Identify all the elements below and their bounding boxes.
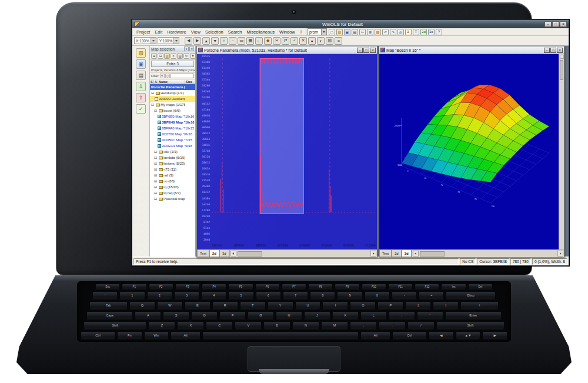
record-icon[interactable]: ● — [308, 37, 316, 45]
map-hscrollbar[interactable] — [412, 250, 564, 257]
redo-icon[interactable]: ↷ — [390, 29, 396, 35]
open-project-icon[interactable]: ▨ — [136, 48, 146, 58]
col-a[interactable]: A — [154, 80, 158, 84]
new-icon[interactable]: ▢ — [329, 29, 335, 35]
prom-combo[interactable]: prom — [308, 28, 327, 35]
checksum-ok-icon[interactable]: ✓ — [136, 104, 146, 114]
hexdump-tab-2d[interactable]: 2d — [209, 250, 219, 257]
panel-pin-button[interactable]: ▾ — [184, 46, 189, 51]
save-project-icon[interactable]: ▣ — [136, 59, 146, 69]
apply-icon[interactable]: ✓ — [290, 37, 298, 45]
tree-row-map[interactable]: 3C0EC4 Map "Bosch II 16"9x16 — [150, 143, 195, 149]
checksum-icon[interactable]: Σ — [405, 29, 412, 35]
menu-help[interactable]: ? — [298, 29, 305, 35]
scroll-right-icon[interactable] — [370, 251, 376, 257]
zoom-y-combo[interactable]: Y:100% — [158, 37, 179, 44]
print-project-icon[interactable]: ▤ — [136, 71, 146, 80]
tree-row-map[interactable]: 3BFB48 Map "Bosch II 16"10x16 — [150, 119, 195, 125]
hexdump-tab-text[interactable]: Text — [197, 250, 209, 257]
expander-icon[interactable]: ⊟ — [151, 103, 155, 106]
hexdump-minimize-button[interactable]: – — [357, 48, 363, 53]
more-icon[interactable]: ▼ — [190, 53, 196, 59]
search-icon[interactable]: ◎ — [397, 29, 404, 35]
col-size[interactable]: Size — [185, 80, 195, 84]
expander-icon[interactable]: ⊟ — [154, 174, 158, 177]
tree-row-folder[interactable]: ⊟rail (9) — [150, 172, 195, 178]
tree-row-folder[interactable]: ⊟My maps (1/175) — [150, 102, 195, 108]
window-maximize-button[interactable]: □ — [552, 21, 559, 27]
tree-row-folder[interactable]: ⊟Hexdump (1/1) — [150, 90, 195, 96]
properties-icon[interactable]: ▤ — [177, 53, 183, 59]
panel-close-button[interactable]: ✕ — [189, 46, 194, 51]
hexdump-close-button[interactable]: ✕ — [370, 48, 376, 53]
map-tab-2d[interactable]: 2d — [392, 250, 402, 257]
tree-row-map[interactable]: 3BF6E0 Map "Bosch II 16"10x16 — [150, 114, 195, 119]
menu-selection[interactable]: Selection — [203, 29, 226, 35]
tree-row-folder[interactable]: ⊟tq req (6/7) — [150, 190, 195, 196]
list-icon[interactable]: ≡ — [335, 37, 342, 45]
hexdump-tab-3d[interactable]: 3d — [219, 250, 229, 257]
chevron-down-icon[interactable] — [151, 38, 156, 44]
copy-icon[interactable]: ≣ — [367, 29, 373, 35]
expander-icon[interactable]: ⊟ — [154, 162, 158, 165]
scroll-left-icon[interactable] — [230, 251, 236, 257]
scroll-thumb[interactable] — [560, 60, 563, 80]
map-3d-plot[interactable]: 2000350030002500200015001000500020406080… — [379, 54, 564, 249]
hexdump-hscrollbar[interactable] — [229, 250, 377, 257]
view-2d-icon[interactable]: 2d — [420, 29, 427, 35]
expander-icon[interactable]: ⊟ — [154, 150, 158, 154]
scroll-up-icon[interactable] — [560, 55, 564, 59]
menu-edit[interactable]: Edit — [152, 29, 165, 35]
map-vscrollbar[interactable] — [559, 54, 564, 249]
expand-all-icon[interactable]: ⊞ — [151, 53, 157, 59]
zoom-in-icon[interactable]: + — [220, 37, 228, 45]
filter-icon[interactable]: ▼ — [160, 74, 165, 78]
tree-row-folder[interactable]: ⊟tq (18/20) — [150, 184, 195, 190]
expander-icon[interactable]: ⊟ — [151, 91, 155, 95]
col-s[interactable]: S — [150, 80, 154, 84]
zoom-x-combo[interactable]: X:100% — [134, 37, 156, 44]
menu-search[interactable]: Search — [226, 29, 245, 35]
expander-icon[interactable]: ⊟ — [154, 179, 158, 183]
tree-row-map[interactable]: 3C0700 Map "Bosch II 16"8x16 — [150, 131, 195, 137]
chevron-down-icon[interactable] — [321, 29, 326, 35]
window-close-button[interactable]: ✕ — [560, 21, 567, 27]
col-name[interactable]: Name — [158, 80, 185, 84]
tree-row-folder[interactable]: ⊟lambda (5/19) — [150, 155, 195, 161]
hexdump-plot[interactable]: 6553563488614405939257344552965324851200… — [197, 54, 377, 249]
tree-row-folder[interactable]: ⊟boost (6/6) — [150, 108, 195, 114]
menu-view[interactable]: View — [189, 29, 203, 35]
map-3d-surface-chart[interactable]: 2000350030002500200015001000500020406080… — [379, 54, 559, 249]
scroll-left-icon[interactable] — [413, 251, 419, 257]
extra3-button[interactable]: Extra 3 — [151, 61, 194, 67]
compare-icon[interactable]: ≍ — [273, 37, 280, 45]
menu-miscellaneous[interactable]: Miscellaneous — [245, 29, 278, 35]
nav-down-icon[interactable]: ▼ — [211, 37, 219, 45]
tree-row-item[interactable]: 000000 Hexdump — [150, 96, 195, 102]
nav-up-icon[interactable]: ▲ — [202, 37, 210, 45]
new-folder-icon[interactable]: ▨ — [164, 53, 170, 59]
tree-row-folder[interactable]: ⊟Potential maps (824) — [150, 196, 195, 202]
contrast-icon[interactable]: ◐ — [317, 37, 325, 45]
scroll-thumb[interactable] — [420, 251, 445, 257]
menu-hardware[interactable]: Hardware — [165, 29, 189, 35]
hexdump-2d-chart[interactable] — [212, 55, 376, 219]
refresh-icon[interactable]: ↻ — [183, 53, 189, 59]
zoom-fit-icon[interactable]: ▭ — [238, 37, 245, 45]
tree-row-project[interactable]: Porsche Panamera (mod) — [150, 84, 195, 90]
map-titlebar[interactable]: Map "Bosch II 16" * –□✕ — [379, 46, 564, 54]
map-tab-text[interactable]: Text — [379, 250, 392, 257]
map-tab-3d[interactable]: 3d — [402, 250, 412, 257]
axes-icon[interactable]: ∟ — [255, 37, 263, 45]
tree-row-map[interactable]: 3BFFA0 Map "Bosch II 16"10x15 — [150, 125, 195, 131]
import-icon[interactable]: ⇩ — [136, 82, 146, 91]
hexdump-maximize-button[interactable]: □ — [363, 48, 369, 53]
menu-window[interactable]: Window — [277, 29, 298, 35]
scroll-thumb[interactable] — [238, 251, 262, 257]
tree-row-folder[interactable]: ⊟Idle (3/3) — [150, 149, 195, 155]
map-maximize-button[interactable]: □ — [550, 48, 556, 53]
collapse-all-icon[interactable]: ⊟ — [158, 53, 163, 59]
cut-icon[interactable]: ✂ — [359, 29, 366, 35]
open-icon[interactable]: ▨ — [336, 29, 343, 35]
undo-icon[interactable]: ↶ — [382, 29, 389, 35]
